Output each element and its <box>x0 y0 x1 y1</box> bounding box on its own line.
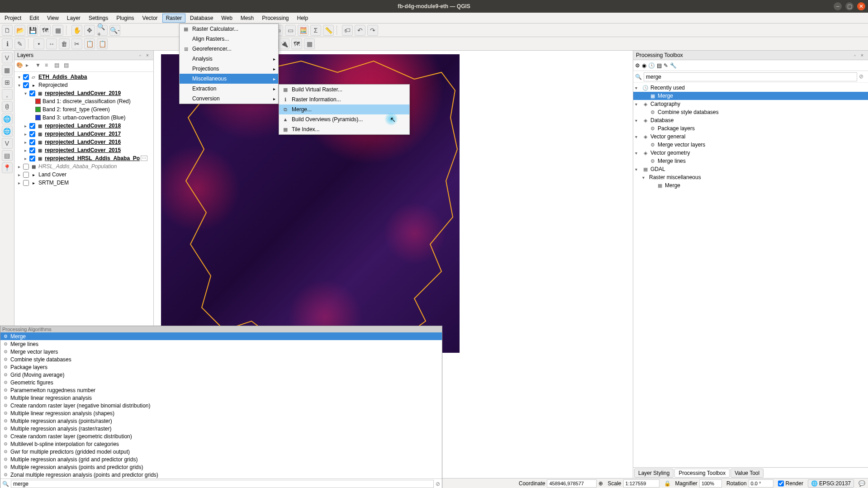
tab-processing-toolbox[interactable]: Processing Toolbox <box>674 469 730 478</box>
rotation-input[interactable] <box>749 479 773 488</box>
copy-icon[interactable]: 📋 <box>84 38 95 49</box>
add-feature-icon[interactable]: • <box>33 38 44 49</box>
layer-visibility-checkbox[interactable] <box>29 123 35 129</box>
toolbox-item[interactable]: ▾◈Vector general <box>633 133 868 141</box>
algorithm-item[interactable]: ⚙Multiple linear regression analysis <box>0 394 442 402</box>
close-panel-icon[interactable]: × <box>144 52 151 58</box>
toolbox-item[interactable]: ▾▦GDAL <box>633 165 868 173</box>
algorithm-item[interactable]: ⚙Geometric figures <box>0 379 442 386</box>
redo-icon[interactable]: ↷ <box>367 25 378 36</box>
add-db-icon[interactable]: 🛢 <box>2 101 13 112</box>
cut-icon[interactable]: ✂ <box>71 38 82 49</box>
layer-row[interactable]: ▸▦reprojected_LandCover_2017 <box>14 130 153 138</box>
plugin-icon[interactable]: ▦ <box>304 38 315 49</box>
expand-icon[interactable]: ≡ <box>45 62 53 70</box>
filter-icon[interactable]: ▼ <box>35 62 43 70</box>
toolbox-item[interactable]: ▦Merge <box>633 92 868 100</box>
layer-row[interactable]: ▾▦reprojected_LandCover_2019 <box>14 89 153 97</box>
magnifier-input[interactable] <box>699 479 722 488</box>
menu-mesh[interactable]: Mesh <box>237 14 257 23</box>
model-icon[interactable]: ◉ <box>642 62 646 69</box>
history-icon[interactable]: 🕓 <box>648 62 655 69</box>
crs-button[interactable]: 🌐 EPSG:20137 <box>808 479 854 488</box>
layer-row[interactable]: ▸▸SRTM_DEM <box>14 179 153 187</box>
miscellaneous-item[interactable]: Miscellaneous▸ <box>180 74 278 84</box>
menu-view[interactable]: View <box>43 14 62 23</box>
add-wms-icon[interactable]: 🌐 <box>2 114 13 124</box>
layer-row[interactable]: ▾▸Reprojected <box>14 81 153 89</box>
stats-icon[interactable]: Σ <box>310 25 321 36</box>
tab-value-tool[interactable]: Value Tool <box>730 469 764 478</box>
align-rasters-item[interactable]: Align Rasters... <box>180 34 278 44</box>
toolbox-item[interactable]: ▾◈Database <box>633 116 868 124</box>
collapse-icon[interactable]: ▤ <box>54 62 62 70</box>
layer-visibility-checkbox[interactable] <box>23 82 29 88</box>
layer-row[interactable]: Band 2: forest_type (Green) <box>14 105 153 114</box>
clear-search-icon[interactable]: ⊘ <box>859 73 866 81</box>
algorithm-item[interactable]: ⚙Create random raster layer (geometric d… <box>0 432 442 440</box>
add-vector-icon[interactable]: V <box>2 52 13 63</box>
layer-row[interactable]: ▸▦HRSL_Addis_Ababa_Population <box>14 162 153 171</box>
zoom-in-icon[interactable]: 🔍+ <box>97 25 108 36</box>
toolbox-item[interactable]: ▾◈Cartography <box>633 100 868 108</box>
menu-plugins[interactable]: Plugins <box>113 14 138 23</box>
toolbox-item[interactable]: ▾🕓Recently used <box>633 84 868 92</box>
clear-icon[interactable]: ⊘ <box>436 481 440 487</box>
toolbox-item[interactable]: ▾◈Vector geometry <box>633 149 868 157</box>
layer-row[interactable]: Band 3: urban-coverfraction (Blue) <box>14 114 153 122</box>
edit-icon[interactable]: ✎ <box>14 38 25 49</box>
algorithm-item[interactable]: ⚙Package layers <box>0 363 442 371</box>
options-icon[interactable]: 🔧 <box>670 62 677 69</box>
add-gpx-icon[interactable]: 📍 <box>2 162 13 173</box>
coordinate-input[interactable] <box>547 479 597 488</box>
toolbox-item[interactable]: ⚙Merge vector layers <box>633 141 868 149</box>
undock-icon[interactable]: ▫ <box>137 52 143 58</box>
layer-visibility-checkbox[interactable] <box>29 147 35 153</box>
layer-visibility-checkbox[interactable] <box>29 131 35 137</box>
open-project-icon[interactable]: 📂 <box>14 25 25 36</box>
algorithm-item[interactable]: ⚙Paramemelton ruggedness number <box>0 386 442 394</box>
layer-row[interactable]: ▸▦reprojected_LandCover_2016 <box>14 138 153 146</box>
tab-layer-styling[interactable]: Layer Styling <box>634 469 674 478</box>
menu-processing[interactable]: Processing <box>258 14 292 23</box>
add-wfs-icon[interactable]: 🌐 <box>2 126 13 137</box>
add-csv-icon[interactable]: ▤ <box>2 150 13 161</box>
toolbox-item[interactable]: ▦Merge <box>633 181 868 190</box>
layout-manager-icon[interactable]: ▦ <box>52 25 63 36</box>
algorithm-item[interactable]: ⚙Multiple regression analysis (points an… <box>0 463 442 471</box>
scale-input[interactable] <box>623 479 659 488</box>
results-icon[interactable]: ▤ <box>657 62 662 69</box>
build-overviews-item[interactable]: ▲Build Overviews (Pyramids)... <box>279 114 409 124</box>
layer-row[interactable]: ▸▦reprojected_HRSL_Addis_Ababa_Po⋯ <box>14 154 153 162</box>
label-icon[interactable]: 🏷 <box>342 25 353 36</box>
merge-item[interactable]: ⧉Merge... <box>279 104 409 114</box>
conversion-item[interactable]: Conversion▸ <box>180 94 278 104</box>
add-virtual-icon[interactable]: V <box>2 138 13 149</box>
menu-project[interactable]: Project <box>1 14 25 23</box>
algorithm-item[interactable]: ⚙Create random raster layer (negative bi… <box>0 402 442 409</box>
edit-icon[interactable]: ✎ <box>664 62 668 69</box>
toolbox-item[interactable]: ⚙Merge lines <box>633 157 868 165</box>
style-icon[interactable]: 🎨 <box>16 62 24 70</box>
pan-icon[interactable]: ✋ <box>71 25 82 36</box>
locator-search-input[interactable] <box>11 480 434 488</box>
add-mesh-icon[interactable]: ⊞ <box>2 77 13 88</box>
save-project-icon[interactable]: 💾 <box>27 25 38 36</box>
lock-scale-icon[interactable]: 🔒 <box>664 480 671 487</box>
menu-database[interactable]: Database <box>186 14 217 23</box>
measure-icon[interactable]: 📏 <box>323 25 334 36</box>
undo-icon[interactable]: ↶ <box>355 25 365 36</box>
layer-row[interactable]: ▸▦reprojected_LandCover_2015 <box>14 146 153 154</box>
osm-icon[interactable]: 🗺 <box>291 38 302 49</box>
add-delimited-icon[interactable]: , <box>2 89 13 100</box>
move-feature-icon[interactable]: ↔ <box>46 38 57 49</box>
plugin-icon[interactable]: 🔌 <box>279 38 289 49</box>
algorithm-item[interactable]: ⚙Zonal multiple regression analysis (poi… <box>0 471 442 479</box>
undock-icon[interactable]: ▫ <box>852 52 858 58</box>
algorithm-item[interactable]: ⚙Combine style databases <box>0 355 442 363</box>
layer-visibility-checkbox[interactable] <box>23 172 29 178</box>
layer-row[interactable]: ▸▦reprojected_LandCover_2018 <box>14 122 153 130</box>
projections-item[interactable]: Projections▸ <box>180 64 278 74</box>
toolbox-item[interactable]: ⚙Package layers <box>633 124 868 133</box>
extraction-item[interactable]: Extraction▸ <box>180 84 278 94</box>
